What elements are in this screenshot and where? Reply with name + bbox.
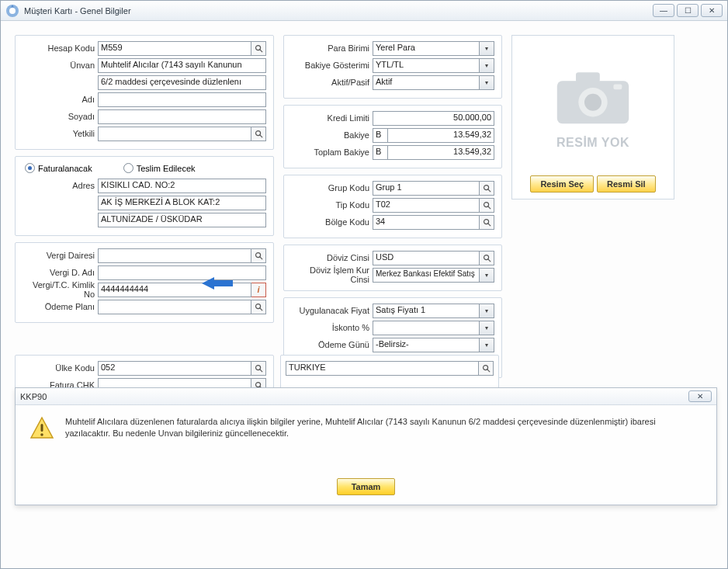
tip-kodu-input[interactable]: T02 (373, 198, 480, 213)
svg-rect-20 (576, 72, 600, 82)
aktif-pasif-label: Aktif/Pasif (289, 78, 373, 87)
doviz-kur-dropdown-icon[interactable] (480, 268, 494, 283)
odeme-gunu-select[interactable]: -Belirsiz- (373, 338, 480, 352)
svg-point-13 (484, 202, 488, 206)
no-image-caption: RESİM YOK (556, 136, 629, 150)
doviz-kur-select[interactable]: Merkez Bankası Efektif Satış (373, 268, 480, 283)
ulke-adi-lookup-icon[interactable] (479, 361, 494, 376)
uyg-fiyat-dropdown-icon[interactable] (480, 304, 494, 318)
vergi-d-adi-input[interactable] (98, 265, 266, 280)
faturalanacak-radio[interactable]: Faturalanacak (25, 163, 92, 173)
toplam-bakiye-label: Toplam Bakiye (289, 147, 373, 157)
image-delete-button[interactable]: Resmi Sil (597, 175, 656, 193)
identity-group: Hesap Kodu M559 Ünvan Muhtelif Alıcılar … (15, 35, 274, 150)
codes-group: Grup Kodu Grup 1 Tip Kodu T02 (283, 175, 502, 238)
minimize-button[interactable]: — (653, 4, 674, 17)
svg-point-6 (255, 252, 260, 257)
hesap-kodu-label: Hesap Kodu (20, 43, 98, 53)
svg-line-9 (259, 307, 262, 310)
odeme-plani-input[interactable] (98, 300, 251, 314)
iskonto-stepper-icon[interactable] (480, 321, 494, 335)
para-birimi-select[interactable]: Yerel Para (373, 41, 480, 56)
kredi-limiti-input[interactable]: 50.000,00 (373, 111, 494, 126)
content-area: Hesap Kodu M559 Ünvan Muhtelif Alıcılar … (1, 21, 727, 568)
image-select-button[interactable]: Resim Seç (530, 175, 594, 193)
yetkili-lookup-icon[interactable] (251, 127, 266, 141)
svg-line-25 (259, 369, 262, 371)
adres-label: Adres (20, 181, 98, 190)
svg-line-29 (487, 369, 489, 371)
ulke-kodu-label: Ülke Kodu (20, 363, 98, 373)
teslim-radio[interactable]: Teslim Edilecek (123, 163, 196, 173)
vergi-d-adi-label: Vergi D. Adı (20, 268, 98, 277)
ulke-kodu-lookup-icon[interactable] (251, 361, 266, 376)
yetkili-input[interactable] (98, 127, 251, 141)
unvan-input-2[interactable]: 6/2 maddesi çerçevesinde düzlenlenı (98, 75, 266, 90)
vergi-no-info-icon[interactable]: i (251, 283, 266, 297)
tip-kodu-lookup-icon[interactable] (480, 198, 494, 213)
bakiye-label: Bakiye (289, 130, 373, 140)
doviz-kur-label: Döviz İşlem Kur Cinsi (289, 265, 373, 284)
close-button[interactable]: ✕ (701, 4, 723, 17)
message-dialog: KKP90 ✕ Muhtelif Alıcılara düzenlenen fa… (15, 387, 717, 505)
toplam-bakiye-tag: B (373, 145, 388, 160)
vergi-no-label: Vergi/T.C. Kimlik No (20, 280, 98, 299)
app-icon (5, 4, 19, 18)
ulke-kodu-input[interactable]: 052 (98, 361, 251, 376)
no-image-placeholder: RESİM YOK (519, 43, 667, 168)
bakiye-gosterimi-select[interactable]: YTL/TL (373, 58, 480, 73)
odeme-plani-lookup-icon[interactable] (251, 300, 266, 314)
bolge-kodu-input[interactable]: 34 (373, 215, 480, 230)
fx-group: Döviz Cinsi USD Döviz İşlem Kur Cinsi Me… (283, 245, 502, 291)
kredi-limiti-label: Kredi Limiti (289, 113, 373, 123)
currency-group: Para Birimi Yerel Para Bakiye Gösterimi … (283, 35, 502, 99)
image-panel: RESİM YOK Resim Seç Resmi Sil (511, 35, 674, 199)
camera-icon (550, 61, 636, 131)
doviz-cinsi-lookup-icon[interactable] (480, 251, 494, 265)
bolge-kodu-lookup-icon[interactable] (480, 215, 494, 230)
svg-line-3 (259, 49, 262, 51)
dialog-close-button[interactable]: ✕ (688, 390, 712, 402)
ulke-adi-input[interactable]: TURKIYE (286, 361, 479, 376)
left-column: Hesap Kodu M559 Ünvan Muhtelif Alıcılar … (15, 35, 274, 323)
vergi-no-input[interactable]: 4444444444 (98, 283, 251, 297)
toplam-bakiye-value: 13.549,32 (388, 145, 494, 160)
svg-point-2 (255, 45, 260, 50)
aktif-pasif-select[interactable]: Aktif (373, 75, 480, 90)
dialog-ok-button[interactable]: Tamam (337, 478, 396, 495)
svg-line-12 (487, 189, 490, 191)
para-birimi-dropdown-icon[interactable] (480, 41, 494, 56)
hesap-kodu-lookup-icon[interactable] (251, 41, 266, 56)
dialog-message: Muhtelif Alıcılara düzenlenen faturalard… (65, 416, 702, 439)
bakiye-tag: B (373, 128, 388, 143)
aktif-pasif-dropdown-icon[interactable] (480, 75, 494, 90)
uyg-fiyat-label: Uygulanacak Fiyat (289, 306, 373, 315)
grup-kodu-lookup-icon[interactable] (480, 181, 494, 196)
vergi-dairesi-input[interactable] (98, 248, 251, 263)
svg-point-32 (40, 433, 43, 436)
iskonto-label: İskonto % (289, 323, 373, 332)
svg-line-18 (487, 258, 490, 261)
svg-point-24 (255, 365, 260, 370)
adres-input-2[interactable]: AK İŞ MERKEZİ A BLOK KAT:2 (98, 196, 266, 210)
doviz-cinsi-input[interactable]: USD (373, 251, 480, 265)
adres-input-3[interactable]: ALTUNİZADE / ÜSKÜDAR (98, 213, 266, 227)
tip-kodu-label: Tip Kodu (289, 200, 373, 210)
adi-input[interactable] (98, 92, 266, 107)
adres-input-1[interactable]: KISIKLI CAD. NO:2 (98, 179, 266, 193)
vergi-dairesi-lookup-icon[interactable] (251, 248, 266, 263)
soyadi-input[interactable] (98, 109, 266, 124)
svg-point-4 (255, 130, 260, 135)
grup-kodu-input[interactable]: Grup 1 (373, 181, 480, 196)
bakiye-gosterimi-dropdown-icon[interactable] (480, 58, 494, 73)
svg-point-17 (484, 255, 488, 259)
uyg-fiyat-select[interactable]: Satış Fiyatı 1 (373, 304, 480, 318)
odeme-gunu-dropdown-icon[interactable] (480, 338, 494, 352)
grup-kodu-label: Grup Kodu (289, 183, 373, 193)
teslim-radio-label: Teslim Edilecek (137, 164, 196, 173)
bakiye-value: 13.549,32 (388, 128, 494, 143)
iskonto-input[interactable] (373, 321, 480, 335)
hesap-kodu-input[interactable]: M559 (98, 41, 251, 56)
unvan-input-1[interactable]: Muhtelif Alıcılar (7143 sayılı Kanunun (98, 58, 266, 73)
maximize-button[interactable]: ☐ (677, 4, 699, 17)
